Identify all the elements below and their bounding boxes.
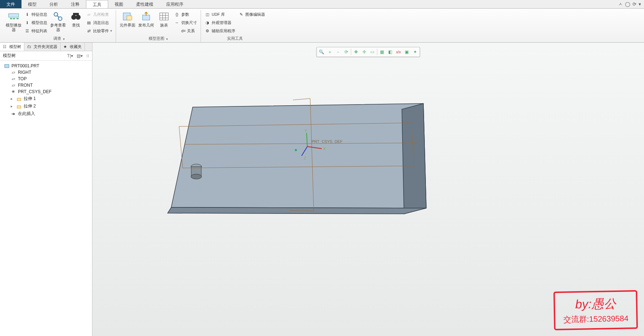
tab-model-tree[interactable]: ☷模型树 [0,43,24,51]
tree-root[interactable]: PRT0001.PRT [1,63,91,69]
geometry-check-button[interactable]: ▱几何检查 [86,11,112,18]
menu-tabs: 文件 模型 分析 注释 工具 视图 柔性建模 应用程序 ㅅ ◯ ⟳ ▾ [0,0,644,9]
tab-favorites[interactable]: ★收藏夹 [61,43,85,51]
menu-tab-view[interactable]: 视图 [108,0,130,8]
tab-folder-browser[interactable]: 🗀文件夹浏览器 [24,43,61,51]
svg-point-23 [191,174,202,179]
svg-rect-10 [160,13,168,20]
group-label-intent: 模型意图 [149,36,164,41]
model-info-button[interactable]: ℹ模型信息 [24,19,47,26]
find-button[interactable]: 查找 [69,11,83,28]
svg-rect-17 [17,106,21,108]
compare-icon: ⇄ [86,28,92,34]
left-panel-tabs: ☷模型树 🗀文件夹浏览器 ★收藏夹 [0,43,92,51]
menu-tab-tools[interactable]: 工具 [86,0,108,8]
menu-tab-model[interactable]: 模型 [21,0,43,8]
datum-plane-icon: ▱ [11,76,16,81]
svg-rect-8 [127,16,132,20]
svg-rect-6 [73,13,79,15]
tree-item-top[interactable]: ▱TOP [1,76,91,82]
component-icon [122,11,133,22]
relation-icon [174,28,180,34]
tree-show-button[interactable]: ▤▾ [77,53,83,58]
ribbon-group-intent: 元件界面 发布几何 族表 {}参数 ↔切换尺寸 d= 关系 模型意图 [116,10,201,42]
switch-dims-button[interactable]: ↔切换尺寸 [174,19,197,26]
info-icon: ℹ [24,20,30,25]
star-icon: ★ [63,44,68,49]
image-editor-icon: ✎ [238,11,244,17]
tree-item-extrude2[interactable]: ▸拉伸 2 [1,102,91,110]
svg-point-28 [295,149,297,151]
component-interface-button[interactable]: 元件界面 [120,11,135,28]
publish-icon [140,11,152,22]
watermark-line2: 交流群:152639584 [563,313,629,325]
menu-tab-file[interactable]: 文件 [0,0,21,8]
udf-icon: ◫ [205,11,210,17]
tree-settings-button[interactable]: ⁝⁝ [86,53,89,58]
svg-point-5 [76,15,81,20]
tree-item-right[interactable]: ▱RIGHT [1,69,91,76]
udf-library-button[interactable]: ◫UDF 库 [205,11,235,18]
ribbon-group-utilities: ◫UDF 库 ◑外观管理器 ⚙辅助应用程序 ✎图像编辑器 实用工具 [201,10,269,42]
datum-plane-icon: ▱ [11,70,16,75]
tree-filter-button[interactable]: T|▾ [67,53,73,58]
image-editor-button[interactable]: ✎图像编辑器 [238,11,265,18]
menu-tab-flex[interactable]: 柔性建模 [130,0,160,8]
model-player-button[interactable]: 模型播放 器 [6,11,21,32]
datum-plane-icon: ▱ [11,83,16,88]
menu-tab-annotate[interactable]: 注释 [64,0,86,8]
list-icon: ☰ [24,28,30,34]
chain-icon [52,11,64,22]
parameters-button[interactable]: {}参数 [174,11,197,18]
model-tree: PRT0001.PRT ▱RIGHT ▱TOP ▱FRONT ✳PRT_CSYS… [0,61,92,336]
extrude-icon [16,96,21,101]
reference-viewer-button[interactable]: 参考查看 器 [50,11,66,32]
menu-tab-apps[interactable]: 应用程序 [160,0,190,8]
svg-marker-18 [171,104,426,208]
watermark-line1: by:愚公 [563,295,628,313]
message-log-button[interactable]: ▤消息日志 [86,19,112,26]
svg-marker-19 [402,104,426,214]
param-icon: {} [174,11,180,17]
svg-point-4 [71,15,76,20]
geom-icon: ▱ [86,11,92,17]
compare-part-button[interactable]: ⇄比较零件▾ [86,27,112,34]
svg-rect-16 [17,98,21,101]
left-panel-tools: T|▾ ▤▾ ⁝⁝ [67,53,89,58]
expand-icon[interactable]: ▸ [11,97,14,101]
appearance-manager-button[interactable]: ◑外观管理器 [205,19,235,26]
publish-geom-button[interactable]: 发布几何 [138,11,154,28]
svg-rect-15 [5,64,9,68]
aux-apps-button[interactable]: ⚙辅助应用程序 [205,27,235,34]
tree-item-front[interactable]: ▱FRONT [1,82,91,88]
expand-icon[interactable]: ▸ [11,104,14,108]
watermark-stamp: by:愚公 交流群:152639584 [553,290,638,330]
tree-item-csys[interactable]: ✳PRT_CSYS_DEF [1,88,91,95]
svg-rect-9 [143,15,150,20]
group-label-investigate: 调查 [53,36,61,41]
dropdown-icon[interactable]: ▾ [639,1,641,7]
left-panel-header: 模型树 T|▾ ▤▾ ⁝⁝ [0,51,92,61]
svg-rect-0 [9,14,19,17]
relations-button[interactable]: d= 关系 [174,27,197,34]
collapse-ribbon-icon[interactable]: ㅅ [618,1,623,8]
menu-tab-analysis[interactable]: 分析 [43,0,64,8]
tree-icon: ☷ [3,44,8,49]
left-panel: ☷模型树 🗀文件夹浏览器 ★收藏夹 模型树 T|▾ ▤▾ ⁝⁝ PRT0001.… [0,43,92,336]
tree-item-extrude1[interactable]: ▸拉伸 1 [1,95,91,102]
tree-item-insert-here[interactable]: ➔在此插入 [1,110,91,117]
ribbon: 模型播放 器 ℹ特征信息 ℹ模型信息 ☰特征列表 参考查看 器 查找 ▱几何检查… [0,9,644,43]
feature-info-button[interactable]: ℹ特征信息 [24,11,47,18]
settings-icon[interactable]: ⟳ [633,1,636,7]
appearance-icon: ◑ [205,20,210,25]
switch-icon: ↔ [174,20,180,25]
part-icon [4,63,9,68]
group-label-utilities: 实用工具 [227,36,243,41]
graphics-canvas[interactable]: 🔍 ＋ － ⟳ ✥ ✢ ▭ ▦ ◧ x/x ▣ ✦ [92,43,644,336]
table-icon [158,11,170,22]
help-icon[interactable]: ◯ [625,1,630,7]
feature-list-button[interactable]: ☰特征列表 [24,27,47,34]
axis-y-label: Y [304,129,307,133]
family-table-button[interactable]: 族表 [157,11,171,28]
aux-icon: ⚙ [205,28,210,34]
